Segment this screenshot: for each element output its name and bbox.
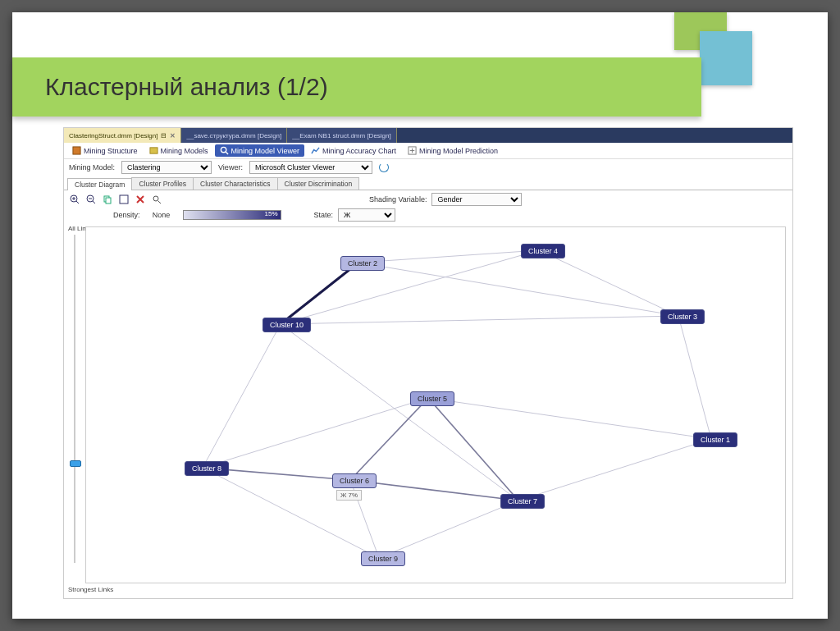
subtab-cluster-discrimination[interactable]: Cluster Discrimination (277, 177, 360, 190)
subtab-cluster-characteristics[interactable]: Cluster Characteristics (193, 177, 278, 190)
slider-thumb[interactable] (70, 460, 81, 467)
viewer-select[interactable]: Microsoft Cluster Viewer (249, 161, 372, 174)
svg-line-22 (281, 324, 518, 501)
svg-line-6 (76, 201, 79, 203)
doc-tab-label: ClasteringStruct.dmm [Design] (69, 132, 158, 139)
tab-label: Mining Models (161, 147, 208, 155)
density-state-row: Density: None 15% State: Ж (64, 208, 792, 225)
refresh-icon[interactable] (379, 162, 389, 172)
svg-point-2 (221, 147, 226, 152)
svg-line-21 (281, 316, 678, 324)
structure-icon (72, 146, 81, 155)
svg-rect-1 (149, 148, 157, 153)
svg-line-27 (428, 398, 518, 501)
strongest-links-label: Strongest Links (68, 586, 113, 593)
svg-line-25 (678, 316, 711, 439)
density-pct: 15% (265, 210, 278, 217)
close-icon[interactable]: ✕ (170, 132, 176, 139)
svg-rect-14 (120, 195, 128, 203)
tab-mining-structure[interactable]: Mining Structure (67, 144, 143, 157)
fit-icon[interactable] (118, 194, 130, 205)
svg-line-16 (158, 201, 161, 203)
svg-line-35 (379, 501, 518, 558)
doc-tab-label: __Exam NB1 struct.dmm [Design] (292, 132, 390, 139)
density-none-label: None (145, 211, 178, 219)
cluster-node[interactable]: Cluster 7 (500, 494, 545, 509)
mining-model-select[interactable]: Clastering (121, 161, 212, 174)
doc-tab-label: __save.структура.dmm [Design] (186, 132, 281, 139)
prediction-icon (408, 146, 417, 155)
svg-rect-13 (106, 198, 111, 203)
slide-title: Кластерный анализ (1/2) (12, 57, 701, 117)
app-window: ClasteringStruct.dmm [Design] ⊟ ✕ __save… (63, 127, 793, 599)
diagram-toolbar: Shading Variable: Gender (64, 190, 792, 208)
shading-variable-select[interactable]: Gender (431, 193, 522, 206)
svg-line-19 (358, 263, 678, 316)
tab-label: Mining Model Viewer (231, 147, 299, 155)
tab-label: Mining Accuracy Chart (322, 147, 396, 155)
state-label: State: (314, 211, 334, 219)
cluster-node[interactable]: Cluster 8 (185, 461, 229, 476)
find-icon[interactable] (151, 194, 162, 205)
svg-line-20 (281, 250, 539, 324)
tab-mining-model-viewer[interactable]: Mining Model Viewer (215, 144, 304, 157)
chart-icon (311, 146, 320, 155)
cluster-subtabs: Cluster Diagram Cluster Profiles Cluster… (64, 176, 792, 190)
zoom-in-icon[interactable] (69, 194, 80, 205)
link-strength-slider[interactable] (69, 235, 80, 563)
cluster-diagram-canvas[interactable]: Ж 7% Cluster 1Cluster 2Cluster 3Cluster … (85, 226, 786, 583)
density-label: Density: (113, 211, 140, 219)
subtab-cluster-diagram[interactable]: Cluster Diagram (67, 178, 132, 190)
svg-line-10 (93, 201, 95, 203)
tab-model-prediction[interactable]: Mining Model Prediction (403, 144, 503, 157)
models-icon (149, 146, 158, 155)
svg-line-3 (226, 152, 228, 154)
cluster-node[interactable]: Cluster 1 (693, 432, 737, 447)
layout-icon[interactable] (135, 194, 146, 205)
shading-variable-label: Shading Variable: (369, 195, 427, 203)
svg-line-23 (203, 324, 281, 468)
density-legend: 15% (183, 210, 281, 220)
svg-point-15 (153, 196, 158, 201)
svg-line-17 (281, 263, 358, 324)
pin-icon[interactable]: ⊟ (161, 132, 167, 139)
tab-accuracy-chart[interactable]: Mining Accuracy Chart (306, 144, 401, 157)
decor-cyan-square (700, 31, 752, 85)
cluster-node[interactable]: Cluster 5 (410, 391, 454, 406)
svg-line-18 (358, 250, 539, 263)
state-select[interactable]: Ж (338, 208, 395, 222)
svg-line-24 (539, 250, 678, 316)
tab-label: Mining Model Prediction (419, 147, 498, 155)
cluster-node[interactable]: Cluster 3 (660, 309, 705, 324)
cluster-node[interactable]: Cluster 2 (340, 256, 385, 271)
node-tooltip: Ж 7% (336, 490, 362, 501)
mining-tabs: Mining Structure Mining Models Mining Mo… (64, 143, 792, 159)
cluster-node[interactable]: Cluster 4 (521, 244, 565, 258)
tab-mining-models[interactable]: Mining Models (144, 144, 213, 157)
slide: Кластерный анализ (1/2) ClasteringStruct… (12, 12, 828, 619)
doc-tab-active[interactable]: ClasteringStruct.dmm [Design] ⊟ ✕ (64, 128, 181, 143)
document-tabstrip: ClasteringStruct.dmm [Design] ⊟ ✕ __save… (64, 128, 792, 143)
viewer-label: Viewer: (218, 163, 243, 171)
cluster-node[interactable]: Cluster 6 (332, 473, 377, 488)
doc-tab[interactable]: __Exam NB1 struct.dmm [Design] (287, 128, 396, 143)
mining-model-label: Mining Model: (69, 163, 115, 171)
subtab-cluster-profiles[interactable]: Cluster Profiles (131, 177, 194, 190)
svg-line-26 (428, 398, 711, 439)
svg-rect-0 (73, 147, 80, 154)
viewer-icon (220, 146, 229, 155)
tab-label: Mining Structure (84, 147, 138, 155)
model-selector-row: Mining Model: Clastering Viewer: Microso… (64, 159, 792, 176)
cluster-node[interactable]: Cluster 9 (361, 551, 405, 566)
cluster-node[interactable]: Cluster 10 (262, 318, 311, 332)
doc-tab[interactable]: __save.структура.dmm [Design] (181, 128, 287, 143)
zoom-out-icon[interactable] (85, 194, 97, 205)
svg-line-34 (518, 439, 711, 501)
copy-icon[interactable] (102, 194, 113, 205)
